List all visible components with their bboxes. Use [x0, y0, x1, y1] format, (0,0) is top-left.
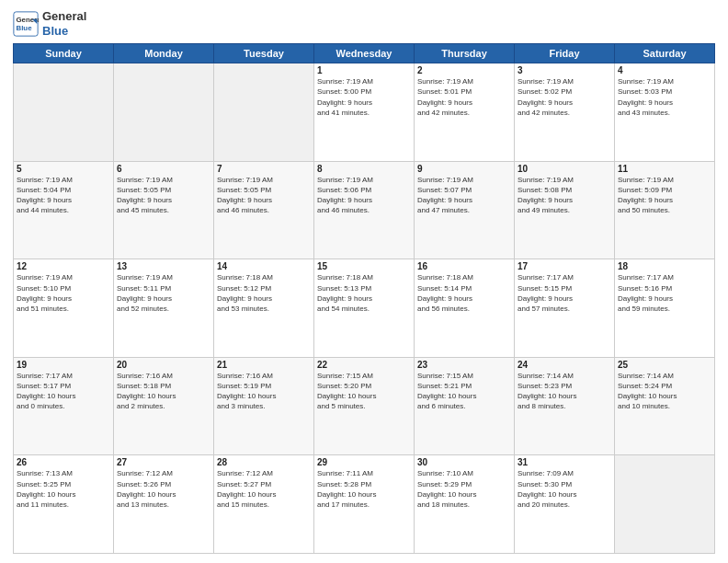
- calendar-cell: 6Sunrise: 7:19 AM Sunset: 5:05 PM Daylig…: [114, 161, 214, 259]
- cell-content: Sunrise: 7:12 AM Sunset: 5:27 PM Dayligh…: [217, 468, 311, 510]
- cell-content: Sunrise: 7:19 AM Sunset: 5:01 PM Dayligh…: [417, 76, 511, 118]
- calendar-table: SundayMondayTuesdayWednesdayThursdayFrid…: [13, 43, 715, 554]
- day-number: 18: [618, 261, 711, 271]
- calendar-cell: 27Sunrise: 7:12 AM Sunset: 5:26 PM Dayli…: [114, 455, 214, 554]
- day-number: 15: [317, 261, 411, 271]
- cell-content: Sunrise: 7:15 AM Sunset: 5:21 PM Dayligh…: [417, 371, 511, 412]
- logo: General Blue General Blue: [13, 9, 86, 38]
- day-number: 6: [117, 164, 210, 174]
- cell-content: Sunrise: 7:17 AM Sunset: 5:15 PM Dayligh…: [518, 272, 611, 314]
- day-number: 28: [217, 457, 311, 467]
- day-number: 2: [417, 65, 511, 75]
- day-number: 31: [518, 457, 611, 467]
- calendar-cell: [14, 63, 114, 162]
- calendar-cell: 24Sunrise: 7:14 AM Sunset: 5:23 PM Dayli…: [515, 357, 615, 455]
- calendar-header-row: SundayMondayTuesdayWednesdayThursdayFrid…: [14, 44, 715, 63]
- calendar-cell: [615, 455, 715, 554]
- day-number: 17: [518, 261, 611, 271]
- day-header-tuesday: Tuesday: [214, 44, 314, 63]
- cell-content: Sunrise: 7:19 AM Sunset: 5:08 PM Dayligh…: [518, 175, 611, 216]
- day-header-friday: Friday: [515, 44, 615, 63]
- day-number: 9: [417, 164, 511, 174]
- cell-content: Sunrise: 7:19 AM Sunset: 5:11 PM Dayligh…: [117, 272, 210, 314]
- day-header-monday: Monday: [114, 44, 214, 63]
- calendar-cell: 10Sunrise: 7:19 AM Sunset: 5:08 PM Dayli…: [515, 161, 615, 259]
- cell-content: Sunrise: 7:16 AM Sunset: 5:19 PM Dayligh…: [217, 371, 311, 412]
- calendar-cell: 26Sunrise: 7:13 AM Sunset: 5:25 PM Dayli…: [14, 455, 114, 554]
- cell-content: Sunrise: 7:19 AM Sunset: 5:02 PM Dayligh…: [518, 76, 611, 118]
- cell-content: Sunrise: 7:11 AM Sunset: 5:28 PM Dayligh…: [317, 468, 411, 510]
- calendar-cell: 18Sunrise: 7:17 AM Sunset: 5:16 PM Dayli…: [615, 259, 715, 358]
- calendar-cell: [114, 63, 214, 162]
- cell-content: Sunrise: 7:19 AM Sunset: 5:06 PM Dayligh…: [317, 175, 411, 216]
- day-number: 19: [17, 360, 110, 370]
- day-number: 14: [217, 261, 311, 271]
- cell-content: Sunrise: 7:12 AM Sunset: 5:26 PM Dayligh…: [117, 468, 210, 510]
- calendar-cell: 8Sunrise: 7:19 AM Sunset: 5:06 PM Daylig…: [314, 161, 415, 259]
- calendar-cell: 11Sunrise: 7:19 AM Sunset: 5:09 PM Dayli…: [615, 161, 715, 259]
- day-number: 27: [117, 457, 210, 467]
- day-number: 25: [618, 360, 711, 370]
- cell-content: Sunrise: 7:19 AM Sunset: 5:07 PM Dayligh…: [417, 175, 511, 216]
- day-number: 4: [618, 65, 711, 75]
- day-number: 8: [317, 164, 411, 174]
- calendar-cell: 28Sunrise: 7:12 AM Sunset: 5:27 PM Dayli…: [214, 455, 314, 554]
- cell-content: Sunrise: 7:17 AM Sunset: 5:16 PM Dayligh…: [618, 272, 711, 314]
- day-header-sunday: Sunday: [14, 44, 114, 63]
- day-header-wednesday: Wednesday: [314, 44, 415, 63]
- calendar-cell: 3Sunrise: 7:19 AM Sunset: 5:02 PM Daylig…: [515, 63, 615, 162]
- cell-content: Sunrise: 7:13 AM Sunset: 5:25 PM Dayligh…: [17, 468, 110, 510]
- day-number: 22: [317, 360, 411, 370]
- cell-content: Sunrise: 7:19 AM Sunset: 5:00 PM Dayligh…: [317, 76, 411, 118]
- calendar-cell: 15Sunrise: 7:18 AM Sunset: 5:13 PM Dayli…: [314, 259, 415, 358]
- calendar-cell: 17Sunrise: 7:17 AM Sunset: 5:15 PM Dayli…: [515, 259, 615, 358]
- calendar-week-2: 5Sunrise: 7:19 AM Sunset: 5:04 PM Daylig…: [14, 161, 715, 259]
- logo-text-blue: Blue: [42, 24, 86, 39]
- page: General Blue General Blue SundayMondayTu…: [0, 0, 728, 563]
- calendar-cell: 5Sunrise: 7:19 AM Sunset: 5:04 PM Daylig…: [14, 161, 114, 259]
- cell-content: Sunrise: 7:16 AM Sunset: 5:18 PM Dayligh…: [117, 371, 210, 412]
- cell-content: Sunrise: 7:14 AM Sunset: 5:24 PM Dayligh…: [618, 371, 711, 412]
- cell-content: Sunrise: 7:19 AM Sunset: 5:05 PM Dayligh…: [217, 175, 311, 216]
- day-number: 24: [518, 360, 611, 370]
- calendar-week-5: 26Sunrise: 7:13 AM Sunset: 5:25 PM Dayli…: [14, 455, 715, 554]
- day-number: 5: [17, 164, 110, 174]
- calendar-cell: 19Sunrise: 7:17 AM Sunset: 5:17 PM Dayli…: [14, 357, 114, 455]
- logo-text-general: General: [42, 9, 86, 24]
- calendar-cell: 23Sunrise: 7:15 AM Sunset: 5:21 PM Dayli…: [415, 357, 515, 455]
- day-number: 20: [117, 360, 210, 370]
- calendar-cell: 21Sunrise: 7:16 AM Sunset: 5:19 PM Dayli…: [214, 357, 314, 455]
- cell-content: Sunrise: 7:17 AM Sunset: 5:17 PM Dayligh…: [17, 371, 110, 412]
- calendar-cell: 31Sunrise: 7:09 AM Sunset: 5:30 PM Dayli…: [515, 455, 615, 554]
- calendar-cell: 22Sunrise: 7:15 AM Sunset: 5:20 PM Dayli…: [314, 357, 415, 455]
- day-number: 30: [417, 457, 511, 467]
- cell-content: Sunrise: 7:19 AM Sunset: 5:05 PM Dayligh…: [117, 175, 210, 216]
- calendar-cell: 9Sunrise: 7:19 AM Sunset: 5:07 PM Daylig…: [415, 161, 515, 259]
- calendar-cell: 25Sunrise: 7:14 AM Sunset: 5:24 PM Dayli…: [615, 357, 715, 455]
- calendar-cell: 30Sunrise: 7:10 AM Sunset: 5:29 PM Dayli…: [415, 455, 515, 554]
- header: General Blue General Blue: [13, 9, 715, 38]
- cell-content: Sunrise: 7:19 AM Sunset: 5:03 PM Dayligh…: [618, 76, 711, 118]
- calendar-cell: 7Sunrise: 7:19 AM Sunset: 5:05 PM Daylig…: [214, 161, 314, 259]
- day-number: 16: [417, 261, 511, 271]
- calendar-cell: 14Sunrise: 7:18 AM Sunset: 5:12 PM Dayli…: [214, 259, 314, 358]
- calendar-cell: 16Sunrise: 7:18 AM Sunset: 5:14 PM Dayli…: [415, 259, 515, 358]
- calendar-cell: 13Sunrise: 7:19 AM Sunset: 5:11 PM Dayli…: [114, 259, 214, 358]
- day-number: 26: [17, 457, 110, 467]
- day-number: 3: [518, 65, 611, 75]
- cell-content: Sunrise: 7:19 AM Sunset: 5:09 PM Dayligh…: [618, 175, 711, 216]
- day-header-saturday: Saturday: [615, 44, 715, 63]
- calendar-cell: 4Sunrise: 7:19 AM Sunset: 5:03 PM Daylig…: [615, 63, 715, 162]
- cell-content: Sunrise: 7:18 AM Sunset: 5:12 PM Dayligh…: [217, 272, 311, 314]
- calendar-week-1: 1Sunrise: 7:19 AM Sunset: 5:00 PM Daylig…: [14, 63, 715, 162]
- calendar-cell: [214, 63, 314, 162]
- day-number: 12: [17, 261, 110, 271]
- calendar-cell: 20Sunrise: 7:16 AM Sunset: 5:18 PM Dayli…: [114, 357, 214, 455]
- day-number: 13: [117, 261, 210, 271]
- svg-text:Blue: Blue: [17, 24, 33, 32]
- calendar-cell: 29Sunrise: 7:11 AM Sunset: 5:28 PM Dayli…: [314, 455, 415, 554]
- day-number: 10: [518, 164, 611, 174]
- day-number: 1: [317, 65, 411, 75]
- cell-content: Sunrise: 7:14 AM Sunset: 5:23 PM Dayligh…: [518, 371, 611, 412]
- day-number: 29: [317, 457, 411, 467]
